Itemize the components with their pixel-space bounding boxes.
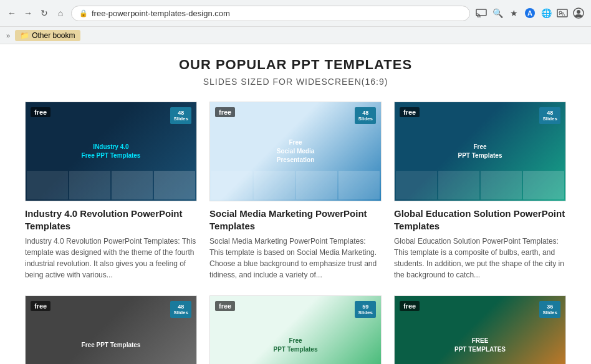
bookmark-label: Other bookm: [32, 31, 75, 40]
address-bar[interactable]: 🔒 free-powerpoint-templates-design.com: [71, 6, 470, 21]
template-thumbnail-education: free48SlidesFree PPT Templates: [394, 102, 566, 201]
template-thumbnail-plant: free59SlidesFree PPT Templates: [209, 295, 382, 364]
template-card-social[interactable]: free48SlidesFree Social Media Presentati…: [209, 102, 382, 280]
thumb-grid-education: [395, 170, 565, 201]
search-icon[interactable]: 🔍: [491, 7, 504, 19]
template-card-plant[interactable]: free59SlidesFree PPT TemplatesPlant Doll…: [209, 295, 382, 364]
bookmarks-expand[interactable]: »: [6, 32, 10, 39]
free-badge-social: free: [215, 107, 235, 117]
lock-icon: 🔒: [79, 9, 88, 17]
free-badge-industry: free: [31, 107, 50, 117]
template-desc-industry: Industry 4.0 Revolution PowerPoint Templ…: [25, 236, 197, 280]
template-desc-social: Social Media Marketing PowerPoint Templa…: [209, 236, 382, 280]
browser-toolbar: ← → ↻ ⌂ 🔒 free-powerpoint-templates-desi…: [0, 0, 591, 26]
browser-actions: 🔍 ★ A 🌐: [475, 7, 585, 19]
thumb-main-text-industry: INdustry 4.0 Free PPT Templates: [82, 143, 141, 160]
thumb-main-text-bulb: FREE PPT TEMPLATES: [454, 337, 506, 354]
svg-text:A: A: [527, 9, 532, 17]
folder-icon: 📁: [20, 31, 29, 40]
globe-icon[interactable]: 🌐: [540, 7, 552, 19]
slides-badge-plant: 59Slides: [355, 301, 376, 318]
template-thumbnail-social: free48SlidesFree Social Media Presentati…: [209, 102, 382, 201]
forward-button[interactable]: →: [22, 7, 34, 19]
thumb-grid-social: [210, 170, 381, 201]
cast-icon[interactable]: [475, 7, 488, 19]
free-badge-business: free: [31, 301, 50, 311]
bookmark-star-icon[interactable]: ★: [507, 7, 520, 19]
template-thumbnail-industry: free48SlidesINdustry 4.0 Free PPT Templa…: [25, 102, 197, 201]
template-card-business[interactable]: free48SlidesFree PPT TemplatesDouble Exp…: [25, 295, 197, 364]
template-name-industry: Industry 4.0 Revolution PowerPoint Templ…: [25, 208, 197, 232]
bookmark-other[interactable]: 📁 Other bookm: [15, 30, 80, 41]
template-card-industry[interactable]: free48SlidesINdustry 4.0 Free PPT Templa…: [25, 102, 197, 280]
slides-badge-education: 48Slides: [539, 107, 560, 124]
image-search-icon[interactable]: [556, 7, 569, 19]
page-content: OUR POPULAR PPT TEMPLATES SLIDES SIZED F…: [0, 44, 591, 364]
template-name-social: Social Media Marketing PowerPoint Templa…: [209, 208, 382, 232]
thumb-grid-industry: [26, 170, 196, 201]
thumb-main-text-education: Free PPT Templates: [458, 143, 502, 160]
thumb-main-text-social: Free Social Media Presentation: [277, 138, 315, 165]
profile-circle-icon[interactable]: A: [524, 7, 536, 19]
thumb-main-text-plant: Free PPT Templates: [274, 337, 318, 354]
template-grid: free48SlidesINdustry 4.0 Free PPT Templa…: [25, 102, 566, 364]
template-card-bulb[interactable]: free36SlidesFREE PPT TEMPLATESCreative I…: [394, 295, 566, 364]
slides-badge-business: 48Slides: [170, 301, 191, 318]
template-desc-education: Global Education Solution PowerPoint Tem…: [394, 236, 566, 280]
url-text: free-powerpoint-templates-design.com: [92, 9, 462, 18]
template-card-education[interactable]: free48SlidesFree PPT TemplatesGlobal Edu…: [394, 102, 566, 280]
back-button[interactable]: ←: [6, 7, 17, 19]
free-badge-plant: free: [215, 301, 235, 311]
reload-button[interactable]: ↻: [39, 7, 50, 19]
slides-badge-industry: 48Slides: [170, 107, 191, 124]
template-thumbnail-business: free48SlidesFree PPT Templates: [25, 295, 197, 364]
slides-badge-social: 48Slides: [355, 107, 376, 124]
bookmarks-bar: » 📁 Other bookm: [0, 26, 591, 44]
free-badge-education: free: [400, 107, 420, 117]
svg-rect-0: [476, 9, 486, 16]
free-badge-bulb: free: [400, 301, 420, 311]
svg-point-6: [577, 10, 580, 14]
template-name-education: Global Education Solution PowerPoint Tem…: [394, 208, 566, 232]
browser-chrome: ← → ↻ ⌂ 🔒 free-powerpoint-templates-desi…: [0, 0, 591, 44]
page-subtitle: SLIDES SIZED FOR WIDESCREEN(16:9): [25, 77, 566, 87]
page-title: OUR POPULAR PPT TEMPLATES: [25, 57, 566, 73]
template-thumbnail-bulb: free36SlidesFREE PPT TEMPLATES: [394, 295, 566, 364]
thumb-main-text-business: Free PPT Templates: [82, 341, 141, 350]
account-icon[interactable]: [572, 7, 585, 19]
slides-badge-bulb: 36Slides: [539, 301, 560, 318]
home-button[interactable]: ⌂: [55, 7, 66, 19]
